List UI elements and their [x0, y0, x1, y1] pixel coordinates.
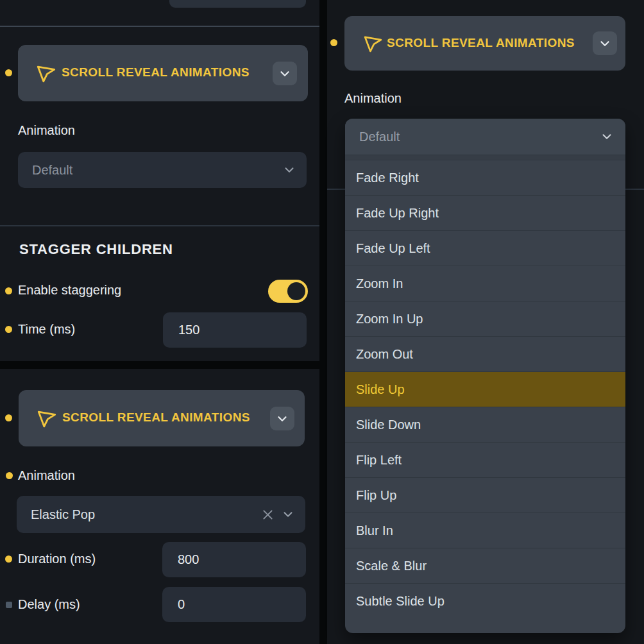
- chevron-down-icon: [281, 507, 295, 521]
- option-fade-up-right[interactable]: Fade Up Right: [345, 195, 625, 230]
- settings-panel-top-left: SCROLL REVEAL ANIMATIONS Animation Defau…: [0, 0, 319, 361]
- option-blur-in[interactable]: Blur In: [345, 513, 625, 548]
- collapse-button[interactable]: [273, 62, 297, 85]
- option-zoom-out[interactable]: Zoom Out: [345, 336, 625, 371]
- section-divider: [0, 225, 319, 226]
- modified-indicator-dot: [5, 555, 12, 563]
- option-scale-blur[interactable]: Scale & Blur: [345, 548, 625, 583]
- settings-panel-right: SCROLL REVEAL ANIMATIONS Animation Defau…: [327, 0, 644, 644]
- time-ms-input[interactable]: 150: [163, 312, 307, 348]
- animation-label: Animation: [18, 468, 75, 483]
- modified-indicator-dot: [5, 287, 12, 294]
- accordion-header-scroll-reveal[interactable]: SCROLL REVEAL ANIMATIONS: [19, 390, 305, 446]
- option-flip-left[interactable]: Flip Left: [345, 442, 625, 477]
- dropdown-spacer: [345, 155, 625, 160]
- duration-ms-input[interactable]: 800: [162, 542, 306, 577]
- option-zoom-in-up[interactable]: Zoom In Up: [345, 301, 625, 336]
- cursor-arrow-icon: [35, 62, 57, 84]
- duration-ms-label: Duration (ms): [18, 552, 96, 566]
- animation-label: Animation: [18, 123, 75, 138]
- settings-panel-bottom-left: SCROLL REVEAL ANIMATIONS Animation Elast…: [0, 369, 319, 644]
- select-value: Default: [18, 163, 282, 178]
- modified-indicator-dot: [5, 414, 12, 421]
- modified-indicator-dot: [5, 69, 12, 76]
- enable-staggering-toggle[interactable]: [268, 280, 308, 303]
- option-slide-down[interactable]: Slide Down: [345, 407, 625, 442]
- cursor-arrow-icon: [362, 33, 384, 54]
- cursor-arrow-icon: [36, 407, 58, 429]
- toggle-knob: [287, 282, 305, 300]
- chevron-down-icon: [282, 163, 307, 177]
- option-zoom-in[interactable]: Zoom In: [345, 266, 625, 301]
- option-slide-up[interactable]: Slide Up: [345, 371, 625, 407]
- stagger-children-heading: STAGGER CHILDREN: [19, 241, 173, 258]
- partial-input-field[interactable]: [169, 0, 306, 8]
- delay-ms-label: Delay (ms): [18, 597, 80, 612]
- animation-dropdown-open: Default Fade Right Fade Up Right Fade Up…: [345, 119, 625, 633]
- section-title: SCROLL REVEAL ANIMATIONS: [62, 65, 250, 80]
- select-value: Elastic Pop: [17, 507, 261, 522]
- collapse-button[interactable]: [593, 31, 617, 55]
- modified-indicator-dot: [6, 472, 13, 479]
- collapse-button[interactable]: [270, 407, 294, 430]
- time-ms-label: Time (ms): [18, 322, 75, 337]
- modified-indicator-dot: [5, 326, 12, 333]
- option-flip-up[interactable]: Flip Up: [345, 477, 625, 513]
- enable-staggering-label: Enable staggering: [18, 283, 121, 298]
- x-clear-icon[interactable]: [261, 508, 275, 521]
- chevron-down-icon: [600, 130, 625, 144]
- default-indicator-square: [6, 602, 12, 608]
- option-fade-right[interactable]: Fade Right: [345, 160, 625, 195]
- animation-select[interactable]: Default: [345, 119, 625, 155]
- animation-select[interactable]: Default: [18, 152, 307, 188]
- select-value: Default: [345, 130, 600, 144]
- section-divider: [0, 26, 319, 27]
- accordion-header-scroll-reveal[interactable]: SCROLL REVEAL ANIMATIONS: [18, 45, 308, 101]
- section-title: SCROLL REVEAL ANIMATIONS: [387, 36, 575, 50]
- modified-indicator-dot: [330, 39, 337, 46]
- delay-ms-input[interactable]: 0: [162, 587, 306, 622]
- option-subtle-slide-up[interactable]: Subtle Slide Up: [345, 583, 625, 618]
- animation-select[interactable]: Elastic Pop: [17, 496, 305, 533]
- accordion-header-scroll-reveal[interactable]: SCROLL REVEAL ANIMATIONS: [344, 16, 625, 71]
- animation-label: Animation: [344, 91, 402, 106]
- section-title: SCROLL REVEAL ANIMATIONS: [62, 411, 250, 425]
- option-fade-up-left[interactable]: Fade Up Left: [345, 230, 625, 266]
